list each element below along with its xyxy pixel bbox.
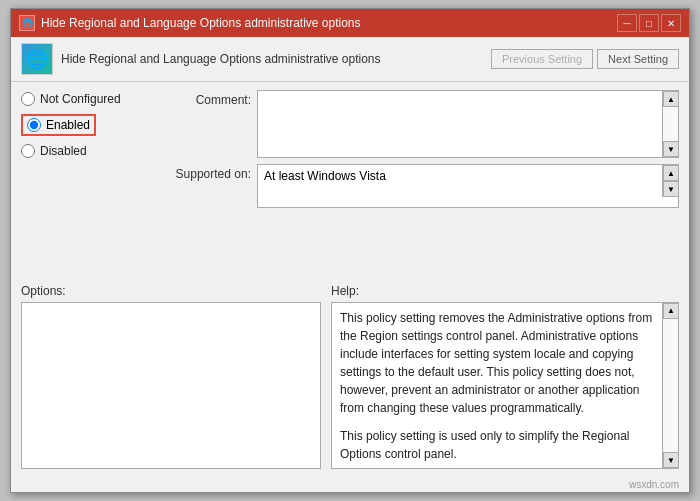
watermark: wsxdn.com — [11, 477, 689, 492]
supported-value: At least Windows Vista — [258, 165, 662, 187]
supported-row: Supported on: At least Windows Vista ▲ ▼ — [161, 164, 679, 208]
comment-box: ▲ ▼ — [257, 90, 679, 158]
prev-setting-button[interactable]: Previous Setting — [491, 49, 593, 69]
supported-scrollbar: ▲ ▼ — [662, 165, 678, 197]
supported-scroll-up[interactable]: ▲ — [663, 165, 679, 181]
help-panel: Help: This policy setting removes the Ad… — [331, 284, 679, 470]
help-scroll-down[interactable]: ▼ — [663, 452, 679, 468]
scroll-up-arrow[interactable]: ▲ — [663, 91, 679, 107]
comment-row: Comment: ▲ ▼ — [161, 90, 679, 158]
enabled-radio[interactable] — [27, 118, 41, 132]
supported-box: At least Windows Vista ▲ ▼ — [257, 164, 679, 208]
options-panel: Options: — [21, 284, 321, 470]
right-panel: Comment: ▲ ▼ Supported on: At least Wind… — [161, 90, 679, 276]
minimize-button[interactable]: ─ — [617, 14, 637, 32]
enabled-option[interactable]: Enabled — [21, 112, 151, 138]
options-box — [21, 302, 321, 470]
header-icon: 🌐 — [21, 43, 53, 75]
window-title: Hide Regional and Language Options admin… — [41, 16, 361, 30]
comment-textarea[interactable] — [258, 91, 662, 157]
left-panel: Not Configured Enabled Disabled — [21, 90, 151, 276]
not-configured-label: Not Configured — [40, 92, 121, 106]
help-scroll-up[interactable]: ▲ — [663, 303, 679, 319]
comment-scrollbar: ▲ ▼ — [662, 91, 678, 157]
supported-scroll-down[interactable]: ▼ — [663, 181, 679, 197]
header-left: 🌐 Hide Regional and Language Options adm… — [21, 43, 381, 75]
help-scroll-track — [663, 319, 678, 453]
scroll-track — [663, 107, 678, 141]
title-bar-left: 🌐 Hide Regional and Language Options adm… — [19, 15, 361, 31]
help-label: Help: — [331, 284, 679, 298]
title-bar: 🌐 Hide Regional and Language Options adm… — [11, 9, 689, 37]
bottom-section: Options: Help: This policy setting remov… — [11, 284, 689, 478]
options-label: Options: — [21, 284, 321, 298]
help-text-content: This policy setting removes the Administ… — [332, 303, 662, 469]
enabled-label: Enabled — [46, 118, 90, 132]
disabled-radio[interactable] — [21, 144, 35, 158]
comment-label: Comment: — [161, 90, 251, 107]
header-bar: 🌐 Hide Regional and Language Options adm… — [11, 37, 689, 82]
next-setting-button[interactable]: Next Setting — [597, 49, 679, 69]
main-window: 🌐 Hide Regional and Language Options adm… — [10, 8, 690, 493]
not-configured-radio[interactable] — [21, 92, 35, 106]
help-paragraph: This policy setting removes the Administ… — [340, 309, 654, 417]
help-paragraph: This policy setting is used only to simp… — [340, 427, 654, 463]
help-box: This policy setting removes the Administ… — [331, 302, 679, 470]
content-area: Not Configured Enabled Disabled Comment: — [11, 82, 689, 284]
title-bar-buttons: ─ □ ✕ — [617, 14, 681, 32]
maximize-button[interactable]: □ — [639, 14, 659, 32]
header-buttons: Previous Setting Next Setting — [491, 49, 679, 69]
help-scrollbar: ▲ ▼ — [662, 303, 678, 469]
supported-label: Supported on: — [161, 164, 251, 181]
disabled-option[interactable]: Disabled — [21, 142, 151, 160]
scroll-down-arrow[interactable]: ▼ — [663, 141, 679, 157]
disabled-label: Disabled — [40, 144, 87, 158]
not-configured-option[interactable]: Not Configured — [21, 90, 151, 108]
close-button[interactable]: ✕ — [661, 14, 681, 32]
header-title: Hide Regional and Language Options admin… — [61, 52, 381, 66]
window-icon: 🌐 — [19, 15, 35, 31]
